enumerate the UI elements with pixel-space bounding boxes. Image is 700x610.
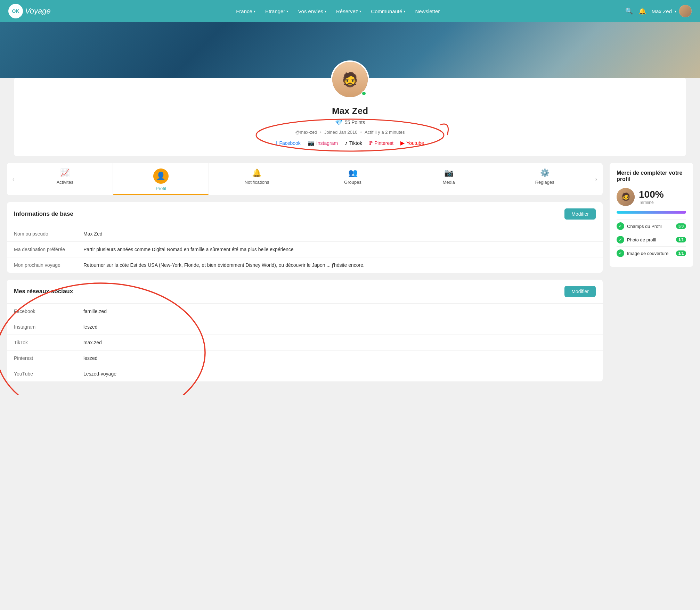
groupes-icon: 👥	[348, 168, 358, 178]
social-instagram-link[interactable]: 📷 Instagram	[308, 140, 338, 146]
search-icon[interactable]: 🔍	[625, 7, 633, 15]
profil-icon: 👤	[156, 172, 165, 181]
profile-name: Max Zed	[21, 106, 679, 116]
nav-communaute[interactable]: Communauté ▾	[367, 6, 409, 17]
social-info-title: Mes réseaux sociaux	[14, 288, 73, 295]
tabs-prev-arrow[interactable]: ‹	[10, 173, 17, 185]
tab-notifications[interactable]: 🔔 Notifications	[209, 163, 305, 195]
basic-info-title: Informations de base	[14, 211, 73, 217]
tab-reglages[interactable]: ⚙️ Réglages	[497, 163, 593, 195]
separator: •	[360, 130, 362, 135]
completion-user-row: 🧔 100% Terminé	[617, 188, 686, 206]
tab-profil[interactable]: 👤 Profil	[113, 163, 209, 195]
navbar-avatar	[679, 5, 692, 17]
table-row: Instagram leszed	[7, 319, 603, 335]
checklist-item-2: ✓ Image de couverture 1/1	[617, 246, 686, 260]
navbar: OK Voyage France ▾ Étranger ▾ Vos envies…	[0, 0, 700, 22]
social-facebook-link[interactable]: f Facebook	[276, 140, 301, 146]
logo-ok: OK	[8, 4, 23, 18]
completion-percent-block: 100% Terminé	[639, 189, 664, 205]
check-icon-1: ✓	[617, 236, 624, 244]
instagram-icon: 📷	[308, 140, 315, 146]
nav-reservez[interactable]: Réservez ▾	[332, 6, 365, 17]
pinterest-icon: 𝐏	[369, 140, 373, 146]
bell-icon[interactable]: 🔔	[638, 7, 646, 15]
social-tiktok-link[interactable]: ♪ Tiktok	[345, 140, 362, 146]
social-info-section: Mes réseaux sociaux Modifier Facebook fa…	[7, 280, 603, 381]
points-row: 💎 55 Points	[21, 118, 679, 126]
active-status: Actif il y a 2 minutes	[365, 130, 405, 135]
notifications-icon: 🔔	[252, 168, 261, 178]
social-youtube-link[interactable]: ▶ Youtube	[400, 140, 424, 146]
badge-count-1: 1/1	[676, 237, 686, 242]
meta-row: @max-zed • Joined Jan 2010 • Actif il y …	[21, 130, 679, 135]
navbar-actions: 🔍 🔔 Max Zed ▾	[625, 5, 692, 17]
table-row: Ma destination préférée Partir plusieurs…	[7, 242, 603, 257]
tabs-container: ‹ 📈 Activités 👤 Profil 🔔 Notifications	[7, 163, 603, 195]
chevron-down-icon: ▾	[404, 9, 405, 13]
table-row: Mon prochain voyage Retourner sur la côt…	[7, 257, 603, 273]
basic-info-header: Informations de base Modifier	[7, 202, 603, 226]
main-content: ‹ 📈 Activités 👤 Profil 🔔 Notifications	[0, 156, 700, 395]
table-row: Nom ou pseudo Max Zed	[7, 226, 603, 242]
logo-voyage: Voyage	[25, 7, 51, 16]
reglages-icon: ⚙️	[540, 168, 550, 178]
checklist-item-0: ✓ Champs du Profil 3/3	[617, 219, 686, 233]
basic-info-modifier-button[interactable]: Modifier	[564, 208, 596, 220]
tab-groupes[interactable]: 👥 Groupes	[305, 163, 401, 195]
nav-vosenvies[interactable]: Vos envies ▾	[294, 6, 331, 17]
check-icon-2: ✓	[617, 249, 624, 257]
nav-newsletter[interactable]: Newsletter	[411, 6, 444, 17]
table-row: Facebook famille.zed	[7, 304, 603, 319]
social-links: f Facebook 📷 Instagram ♪ Tiktok 𝐏 Pinter…	[21, 140, 679, 146]
progress-fill	[617, 211, 686, 214]
checklist-left-2: ✓ Image de couverture	[617, 249, 668, 257]
activites-icon: 📈	[60, 168, 70, 178]
media-icon: 📷	[444, 168, 454, 178]
facebook-icon: f	[276, 140, 277, 146]
chevron-down-icon: ▾	[359, 9, 361, 13]
points-value: 55 Points	[345, 119, 365, 125]
completion-avatar-face: 🧔	[617, 188, 635, 206]
content-left: ‹ 📈 Activités 👤 Profil 🔔 Notifications	[7, 163, 603, 388]
online-indicator	[361, 91, 366, 96]
chevron-down-icon: ▾	[675, 9, 676, 13]
checklist-item-1: ✓ Photo de profil 1/1	[617, 233, 686, 246]
social-pinterest-link[interactable]: 𝐏 Pinterest	[369, 140, 393, 146]
table-row: Pinterest leszed	[7, 351, 603, 366]
social-info-header: Mes réseaux sociaux Modifier	[7, 280, 603, 303]
separator: •	[320, 130, 321, 135]
check-icon-0: ✓	[617, 222, 624, 230]
completion-title: Merci de compléter votre profil	[617, 170, 686, 182]
youtube-icon: ▶	[400, 140, 405, 146]
completion-progress-bar	[617, 211, 686, 214]
joined-date: Joined Jan 2010	[324, 130, 357, 135]
profile-avatar-container: 🧔	[331, 60, 369, 99]
table-row: YouTube Leszed-voyage	[7, 366, 603, 382]
basic-info-section: Informations de base Modifier Nom ou pse…	[7, 202, 603, 273]
badge-count-0: 3/3	[676, 223, 686, 229]
chevron-down-icon: ▾	[286, 9, 288, 13]
basic-info-table: Nom ou pseudo Max Zed Ma destination pré…	[7, 226, 603, 273]
nav-france[interactable]: France ▾	[232, 6, 260, 17]
hero-banner: 🧔	[0, 22, 700, 78]
tabs-next-arrow[interactable]: ›	[593, 173, 600, 185]
social-info-table: Facebook famille.zed Instagram leszed Ti…	[7, 303, 603, 381]
chevron-down-icon: ▾	[254, 9, 255, 13]
tab-activites[interactable]: 📈 Activités	[17, 163, 113, 195]
profil-active-bg: 👤	[153, 168, 169, 184]
checklist-left-0: ✓ Champs du Profil	[617, 222, 662, 230]
social-info-modifier-button[interactable]: Modifier	[564, 286, 596, 297]
tab-media[interactable]: 📷 Media	[401, 163, 497, 195]
tiktok-icon: ♪	[345, 140, 348, 146]
gem-icon: 💎	[335, 118, 343, 126]
checklist-left-1: ✓ Photo de profil	[617, 236, 656, 244]
logo[interactable]: OK Voyage	[8, 4, 51, 18]
table-row: TikTok max.zed	[7, 335, 603, 351]
completion-avatar: 🧔	[617, 188, 635, 206]
tabs-list: 📈 Activités 👤 Profil 🔔 Notifications 👥 G…	[17, 163, 592, 195]
content-right: Merci de compléter votre profil 🧔 100% T…	[610, 163, 693, 267]
user-menu[interactable]: Max Zed ▾	[652, 5, 692, 17]
username: @max-zed	[295, 130, 317, 135]
nav-etranger[interactable]: Étranger ▾	[261, 6, 293, 17]
